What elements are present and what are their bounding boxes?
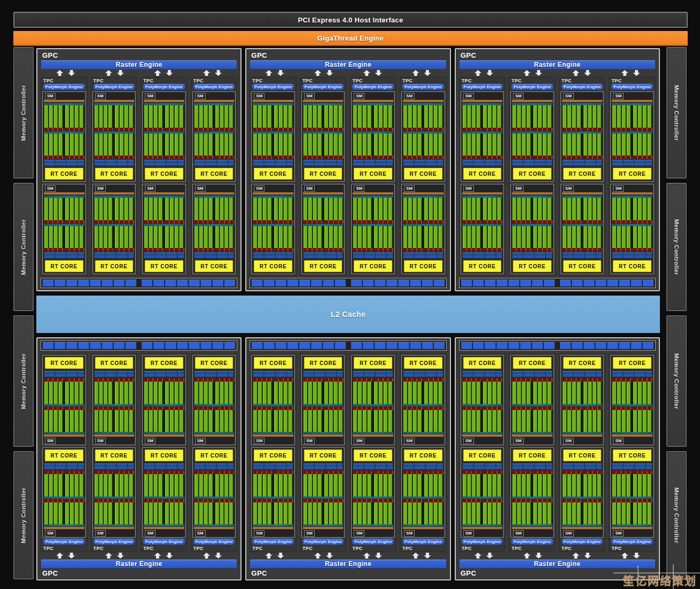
cuda-core-group bbox=[424, 382, 443, 404]
cuda-core-block bbox=[44, 226, 84, 249]
cuda-core-group bbox=[195, 382, 213, 404]
core-row bbox=[612, 499, 652, 527]
cuda-core-block bbox=[462, 382, 503, 404]
arrow-pair bbox=[397, 69, 446, 76]
teal-strip bbox=[144, 497, 184, 499]
cuda-core-group bbox=[195, 410, 213, 432]
arrow-up-icon bbox=[266, 553, 273, 559]
sm-header: SM bbox=[44, 437, 84, 444]
cuda-core-block bbox=[462, 410, 503, 432]
cuda-core-block bbox=[253, 105, 293, 128]
arrow-up-icon bbox=[572, 70, 579, 76]
sm-block: SMRT CORE bbox=[192, 447, 236, 538]
tensor-strip bbox=[65, 248, 84, 251]
cuda-core-group bbox=[424, 134, 443, 156]
tensor-strip bbox=[562, 248, 581, 251]
teal-strip bbox=[144, 404, 184, 406]
sm-scheduler-strip bbox=[612, 100, 652, 102]
core-row bbox=[44, 499, 84, 527]
sm-block: SMRT CORE bbox=[351, 355, 395, 445]
tensor-strip bbox=[374, 156, 393, 159]
core-row bbox=[403, 103, 444, 131]
sm-label: SM bbox=[463, 530, 474, 537]
cuda-core-block bbox=[512, 502, 553, 525]
sm-header: SM bbox=[353, 92, 393, 99]
sm-block: SMRT CORE bbox=[251, 447, 295, 538]
cuda-core-group bbox=[463, 502, 481, 525]
tensor-strip-row bbox=[512, 156, 553, 159]
cuda-core-block bbox=[303, 134, 344, 156]
sm-scheduler-strip bbox=[44, 435, 84, 437]
core-row bbox=[253, 378, 293, 406]
teal-strip bbox=[144, 524, 184, 526]
texture-unit-bar bbox=[512, 255, 552, 258]
tensor-strip bbox=[512, 156, 531, 159]
cuda-core-group bbox=[584, 105, 602, 128]
tpc-block: TPCPolyMorph EngineSMRT CORESMRT CORE bbox=[250, 353, 297, 552]
cuda-core-block bbox=[562, 198, 603, 220]
teal-strip bbox=[94, 497, 135, 499]
teal-strip bbox=[353, 404, 393, 406]
cuda-core-group bbox=[374, 105, 393, 128]
texture-unit-bar bbox=[195, 255, 234, 258]
tpc-label: TPC bbox=[510, 78, 554, 84]
sm-header: SM bbox=[462, 437, 503, 444]
arrow-pair bbox=[250, 69, 299, 76]
teal-strip bbox=[562, 404, 603, 406]
cuda-core-group bbox=[533, 474, 552, 497]
cuda-core-block bbox=[144, 502, 184, 525]
cuda-core-group bbox=[44, 410, 63, 432]
arrow-row bbox=[41, 552, 237, 559]
sm-header: SM bbox=[353, 437, 393, 444]
sm-block: SMRT CORE bbox=[142, 355, 186, 445]
cuda-core-block bbox=[94, 474, 135, 497]
teal-strip bbox=[303, 432, 344, 434]
cuda-core-group bbox=[512, 382, 531, 404]
core-row bbox=[144, 103, 184, 131]
cuda-core-group bbox=[115, 198, 134, 220]
texture-unit-bar bbox=[44, 467, 84, 469]
polymorph-engine-bar: PolyMorph Engine bbox=[43, 539, 85, 545]
cuda-core-group bbox=[374, 382, 393, 404]
teal-strip bbox=[194, 404, 235, 406]
tensor-strip bbox=[633, 156, 652, 159]
sm-scheduler-strip bbox=[562, 100, 603, 102]
cuda-core-group bbox=[512, 134, 531, 156]
tensor-strip-row bbox=[403, 220, 444, 223]
core-row bbox=[612, 407, 652, 435]
core-row bbox=[44, 196, 84, 223]
sm-header: SM bbox=[44, 92, 84, 99]
core-row bbox=[194, 471, 235, 499]
tensor-strip bbox=[562, 220, 581, 223]
cuda-core-group bbox=[144, 134, 163, 156]
sm-header: SM bbox=[403, 92, 444, 99]
cuda-core-group bbox=[215, 134, 234, 156]
rt-core-block: RT CORE bbox=[613, 449, 651, 461]
teal-strip bbox=[94, 524, 135, 526]
rt-core-block: RT CORE bbox=[254, 449, 292, 461]
core-row bbox=[462, 196, 503, 223]
arrow-down-icon bbox=[68, 70, 75, 76]
tpc-label: TPC bbox=[92, 78, 136, 84]
tensor-strip bbox=[253, 128, 272, 131]
cuda-core-group bbox=[253, 410, 272, 432]
texture-unit-bar bbox=[512, 374, 552, 377]
texture-unit-bar bbox=[44, 255, 84, 258]
sm-scheduler-strip bbox=[403, 435, 444, 437]
raster-engine-bar: Raster Engine bbox=[460, 60, 655, 69]
texture-unit-bars bbox=[353, 159, 393, 166]
memory-controller-block: Memory Controller bbox=[13, 315, 34, 447]
cuda-core-group bbox=[144, 382, 163, 404]
cuda-core-group bbox=[215, 382, 234, 404]
cuda-core-block bbox=[512, 474, 553, 497]
sm-block: SMRT CORE bbox=[251, 184, 295, 274]
core-row bbox=[512, 224, 553, 252]
core-row bbox=[562, 103, 603, 131]
arrow-down-icon bbox=[424, 70, 431, 76]
cuda-core-block bbox=[562, 410, 603, 432]
core-row bbox=[303, 499, 344, 527]
rt-core-block: RT CORE bbox=[613, 357, 651, 369]
texture-unit-bar bbox=[512, 467, 552, 469]
tensor-strip bbox=[562, 156, 581, 159]
sm-label: SM bbox=[95, 185, 106, 192]
